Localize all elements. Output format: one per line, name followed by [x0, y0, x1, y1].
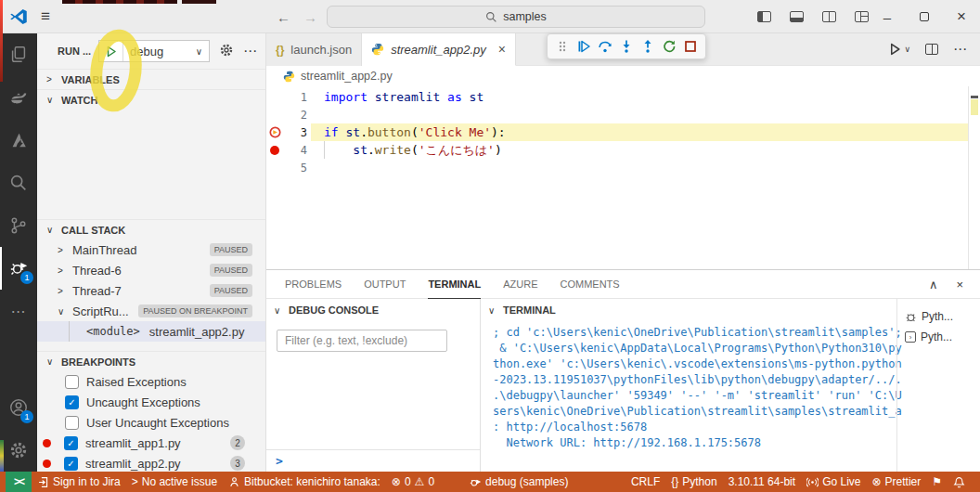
activity-settings[interactable] [0, 429, 37, 472]
status-jira-signin[interactable]: Sign in to Jira [32, 472, 126, 492]
panel-tab-comments[interactable]: COMMENTS [560, 270, 619, 299]
run-python-file-button[interactable]: ∨ [889, 43, 910, 56]
panel-tab-azure[interactable]: AZURE [503, 270, 537, 299]
breakpoint-option-row[interactable]: ✓ Uncaught Exceptions [37, 392, 265, 412]
toggle-sidebar-icon[interactable] [757, 11, 771, 22]
status-prettier[interactable]: ⊗ Prettier [866, 472, 926, 492]
step-into-button[interactable] [619, 39, 634, 54]
debug-console-filter-input[interactable] [277, 330, 447, 352]
remote-indicator[interactable]: >< [6, 472, 32, 492]
toggle-panel-icon[interactable] [790, 11, 804, 22]
flag-icon: ⚑ [932, 475, 942, 488]
debug-console-prompt[interactable]: > [266, 449, 480, 472]
activity-explorer[interactable] [0, 33, 37, 76]
status-notifications[interactable] [948, 472, 971, 492]
overview-ruler[interactable] [968, 86, 980, 269]
status-bitbucket[interactable]: Bitbucket: kenichiro tanaka: [223, 472, 386, 492]
breakpoint-icon [269, 145, 280, 156]
gutter[interactable] [266, 145, 283, 156]
sidebar-more-icon[interactable]: ⋯ [243, 43, 257, 59]
section-call-stack[interactable]: ∨ CALL STACK [37, 219, 265, 240]
panel-tab-output[interactable]: OUTPUT [364, 270, 406, 299]
python-icon [371, 43, 384, 56]
activity-source-control[interactable] [0, 204, 37, 247]
chevron-down-icon[interactable]: ∨ [904, 45, 910, 54]
section-watch[interactable]: ∨ WATCH [37, 89, 265, 110]
breakpoint-option-label: Raised Exceptions [86, 375, 187, 389]
command-center-search[interactable]: samples [327, 6, 705, 28]
editor-more-icon[interactable]: ⋯ [953, 41, 967, 58]
status-eol[interactable]: CRLF [625, 472, 665, 492]
checkbox-checked[interactable]: ✓ [64, 457, 78, 471]
status-interpreter[interactable]: 3.10.11 64-bit [723, 472, 802, 492]
thread-row[interactable]: > Thread-6 PAUSED [37, 260, 265, 280]
stop-button[interactable] [683, 39, 698, 54]
watch-label: WATCH [61, 95, 98, 106]
restart-button[interactable] [662, 39, 677, 54]
terminal-output[interactable]: ; cd 'c:\Users\kenic\OneDrive\Publicatio… [493, 325, 887, 472]
panel-tab-problems[interactable]: PROBLEMS [285, 270, 342, 299]
breakpoint-file-row[interactable]: ✓ streamlit_app2.py 3 [37, 453, 265, 473]
breakpoint-file-label: streamlit_app2.py [85, 457, 181, 471]
menu-hamburger-icon[interactable]: ≡ [41, 7, 50, 26]
section-breakpoints[interactable]: ∨ BREAKPOINTS [37, 351, 265, 371]
status-feedback[interactable]: ⚑ [926, 472, 948, 492]
stack-frame-row-selected[interactable]: <module> streamlit_app2.py [37, 321, 265, 342]
breadcrumb[interactable]: streamlit_app2.py [266, 66, 980, 86]
activity-azure[interactable] [0, 119, 37, 162]
step-over-button[interactable] [598, 39, 612, 54]
breakpoint-file-row[interactable]: ✓ streamlit_app1.py 2 [37, 433, 265, 453]
continue-button[interactable] [576, 39, 591, 54]
debug-config-dropdown[interactable]: debug ∨ [98, 40, 210, 62]
thread-row[interactable]: ∨ ScriptRu... PAUSED ON BREAKPOINT [37, 301, 265, 321]
breakpoint-count-badge: 2 [230, 435, 245, 450]
nav-back-icon[interactable]: ← [277, 9, 290, 25]
checkbox-unchecked[interactable] [65, 375, 79, 389]
toggle-secondary-sidebar-icon[interactable] [822, 11, 836, 22]
checkbox-checked[interactable]: ✓ [64, 436, 78, 450]
gutter[interactable] [266, 125, 283, 139]
customize-layout-icon[interactable] [855, 11, 869, 22]
checkbox-unchecked[interactable] [65, 416, 79, 430]
status-language[interactable]: {} Python [665, 472, 722, 492]
panel-tab-terminal[interactable]: TERMINAL [428, 270, 481, 299]
activity-run-and-debug[interactable]: 1 [0, 247, 37, 290]
tab-close-icon[interactable]: × [498, 42, 506, 57]
status-debug-session[interactable]: debug (samples) [464, 472, 574, 492]
terminal-session-shell[interactable]: › Pyth... [897, 327, 980, 347]
breakpoint-option-row[interactable]: Raised Exceptions [37, 371, 265, 392]
activity-accounts[interactable]: 1 [0, 386, 37, 429]
debug-alt-icon [470, 476, 482, 488]
breakpoint-dot-icon [43, 460, 51, 468]
thread-row[interactable]: > Thread-7 PAUSED [37, 280, 265, 301]
code-area[interactable]: 1 import streamlit as st 2 3 if st.butto… [266, 86, 980, 176]
activity-more[interactable]: ⋯ [0, 290, 37, 332]
tab-streamlit-app2[interactable]: streamlit_app2.py × [362, 33, 516, 66]
debug-settings-gear-icon[interactable] [219, 43, 234, 60]
line-number: 3 [283, 126, 307, 139]
debug-console-header[interactable]: ∨ DEBUG CONSOLE [266, 299, 480, 321]
start-debug-button[interactable] [99, 41, 123, 61]
code-line-4: 4 st.write('こんにちは') [266, 141, 980, 159]
breakpoint-option-row[interactable]: User Uncaught Exceptions [37, 412, 265, 433]
status-active-issue[interactable]: > No active issue [126, 472, 223, 492]
window-close-button[interactable]: × [943, 0, 980, 33]
status-go-live[interactable]: Go Live [801, 472, 866, 492]
panel-maximize-icon[interactable]: ∧ [929, 278, 938, 291]
toolbar-drag-handle[interactable] [555, 39, 570, 54]
checkbox-checked[interactable]: ✓ [65, 395, 79, 409]
tab-launch-json[interactable]: {} launch.json [266, 33, 362, 66]
window-minimize-button[interactable]: – [869, 0, 906, 33]
panel-close-icon[interactable]: × [956, 278, 963, 291]
window-maximize-button[interactable] [906, 0, 943, 33]
thread-row[interactable]: > MainThread PAUSED [37, 240, 265, 260]
split-editor-icon[interactable] [925, 44, 938, 55]
activity-search[interactable] [0, 162, 37, 204]
activity-lamp-extension[interactable] [0, 76, 37, 119]
circle-slash-icon: ⊗ [871, 475, 881, 488]
status-problems[interactable]: ⊗ 0 ⚠ 0 [386, 472, 440, 492]
section-variables[interactable]: > VARIABLES [37, 69, 265, 89]
nav-forward-icon[interactable]: → [303, 9, 317, 25]
step-out-button[interactable] [640, 39, 655, 54]
terminal-session-debug[interactable]: Pyth... [897, 306, 980, 327]
